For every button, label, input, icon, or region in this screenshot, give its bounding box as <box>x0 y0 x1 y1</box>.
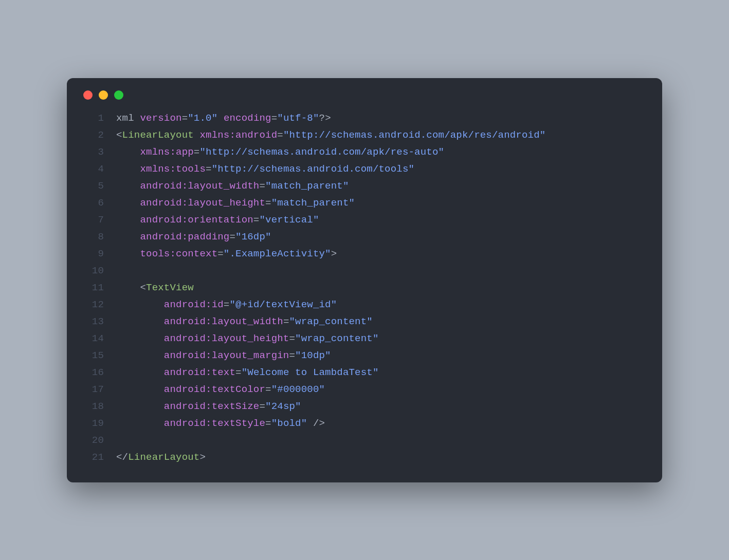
code-line: 17 android:textColor="#000000" <box>81 381 648 398</box>
line-content: tools:context=".ExampleActivity"> <box>116 246 337 263</box>
line-content: android:layout_width="wrap_content" <box>116 313 373 330</box>
code-token: android:layout_width <box>164 316 283 327</box>
code-token: encoding <box>224 113 271 124</box>
code-token: > <box>199 452 206 463</box>
code-token: = <box>277 129 283 141</box>
line-content: android:textStyle="bold" /> <box>116 415 325 432</box>
code-token: /> <box>313 418 325 429</box>
code-token: = <box>194 146 200 158</box>
line-number: 12 <box>81 296 104 313</box>
code-token <box>307 418 313 429</box>
line-number: 19 <box>81 415 104 432</box>
code-token: "http://schemas.android.com/apk/res-auto… <box>199 146 444 158</box>
code-token <box>116 146 140 158</box>
code-token: xml <box>116 113 140 124</box>
code-token: android:text <box>164 367 235 378</box>
line-number: 14 <box>81 330 104 347</box>
line-number: 20 <box>81 432 104 449</box>
code-line: 18 android:textSize="24sp" <box>81 398 648 415</box>
code-line: 10 <box>81 263 648 279</box>
code-token <box>116 214 140 226</box>
code-line: 5 android:layout_width="match_parent" <box>81 178 648 195</box>
code-token: = <box>259 180 265 192</box>
line-content: <LinearLayout xmlns:android="http://sche… <box>116 127 545 144</box>
line-content: </LinearLayout> <box>116 449 206 466</box>
code-token <box>116 299 164 310</box>
code-token: ?> <box>319 113 331 124</box>
code-token: = <box>289 333 295 344</box>
code-line: 2<LinearLayout xmlns:android="http://sch… <box>81 127 648 144</box>
code-token: "Welcome to LambdaTest" <box>242 367 379 378</box>
code-token: TextView <box>146 282 194 293</box>
line-number: 18 <box>81 398 104 415</box>
line-content: android:layout_margin="10dp" <box>116 347 331 364</box>
code-token <box>116 197 140 209</box>
code-token: xmlns:app <box>140 146 193 158</box>
line-number: 16 <box>81 364 104 381</box>
code-token: android:textColor <box>164 384 265 395</box>
code-token <box>116 248 140 259</box>
code-token: "24sp" <box>265 401 301 412</box>
code-token <box>116 316 164 327</box>
code-token: xmlns:android <box>199 129 277 141</box>
code-token: "http://schemas.android.com/apk/res/andr… <box>283 129 545 141</box>
code-token: "utf-8" <box>277 113 319 124</box>
code-token <box>116 180 140 192</box>
line-number: 8 <box>81 229 104 246</box>
code-token: = <box>271 113 278 124</box>
code-line: 19 android:textStyle="bold" /> <box>81 415 648 432</box>
line-content: xmlns:app="http://schemas.android.com/ap… <box>116 144 444 161</box>
code-editor[interactable]: 1xml version="1.0" encoding="utf-8"?>2<L… <box>81 110 648 466</box>
code-token: "http://schemas.android.com/tools" <box>212 163 414 175</box>
code-token <box>116 333 164 344</box>
code-token: = <box>235 367 242 378</box>
maximize-icon[interactable] <box>114 90 123 100</box>
minimize-icon[interactable] <box>99 90 108 100</box>
code-token: "vertical" <box>259 214 319 226</box>
code-token: android:orientation <box>140 214 253 226</box>
code-token <box>116 384 164 395</box>
code-token: = <box>289 350 295 361</box>
line-content: android:layout_width="match_parent" <box>116 178 349 195</box>
code-token: < <box>140 282 146 293</box>
code-line: 11 <TextView <box>81 279 648 296</box>
line-number: 9 <box>81 246 104 263</box>
line-content: xmlns:tools="http://schemas.android.com/… <box>116 161 414 178</box>
code-token: = <box>224 299 230 310</box>
code-line: 15 android:layout_margin="10dp" <box>81 347 648 364</box>
close-icon[interactable] <box>83 90 93 100</box>
line-content: android:textColor="#000000" <box>116 381 325 398</box>
code-token: = <box>259 401 265 412</box>
line-number: 3 <box>81 144 104 161</box>
code-token: android:id <box>164 299 224 310</box>
code-token: "match_parent" <box>271 197 355 209</box>
line-number: 5 <box>81 178 104 195</box>
code-line: 9 tools:context=".ExampleActivity"> <box>81 246 648 263</box>
code-token: = <box>265 418 271 429</box>
code-token: = <box>265 384 271 395</box>
code-token <box>116 418 164 429</box>
code-line: 1xml version="1.0" encoding="utf-8"?> <box>81 110 648 127</box>
line-number: 21 <box>81 449 104 466</box>
code-token: "10dp" <box>295 350 331 361</box>
line-number: 10 <box>81 263 104 279</box>
line-number: 7 <box>81 212 104 229</box>
code-token: "#000000" <box>271 384 325 395</box>
line-content: <TextView <box>116 279 194 296</box>
code-token: < <box>116 129 122 141</box>
code-token: LinearLayout <box>128 452 199 463</box>
code-token: = <box>217 248 224 259</box>
code-token: "1.0" <box>188 113 217 124</box>
line-number: 13 <box>81 313 104 330</box>
code-token: = <box>182 113 188 124</box>
code-token: "bold" <box>271 418 307 429</box>
code-token: = <box>229 231 235 242</box>
line-number: 6 <box>81 195 104 212</box>
line-number: 15 <box>81 347 104 364</box>
code-line: 8 android:padding="16dp" <box>81 229 648 246</box>
line-number: 11 <box>81 279 104 296</box>
code-token <box>217 113 224 124</box>
line-content: android:id="@+id/textView_id" <box>116 296 337 313</box>
line-content: android:layout_height="wrap_content" <box>116 330 379 347</box>
code-line: 6 android:layout_height="match_parent" <box>81 195 648 212</box>
